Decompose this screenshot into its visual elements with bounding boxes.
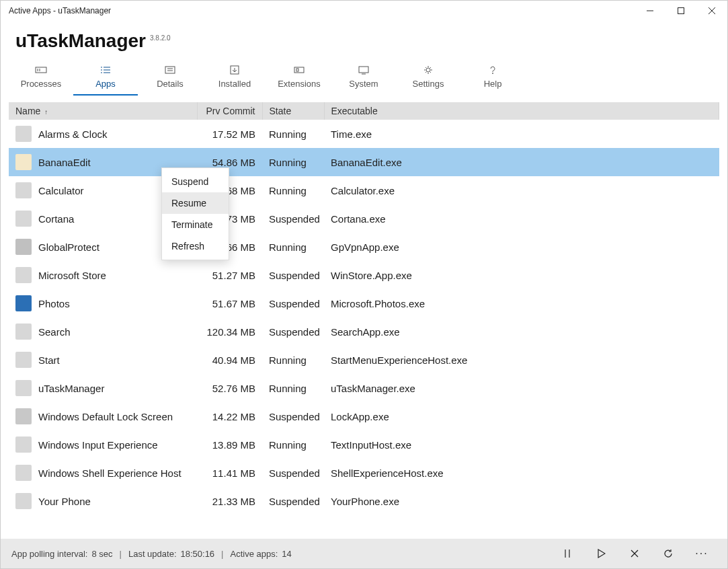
app-icon — [15, 465, 32, 481]
more-button[interactable]: ··· — [687, 543, 717, 564]
tab-label: Details — [157, 79, 184, 89]
app-prv-commit: 54.86 MB — [212, 157, 255, 168]
tab-help[interactable]: Help — [460, 61, 525, 96]
tab-details[interactable]: Details — [138, 61, 202, 96]
context-menu-item-suspend[interactable]: Suspend — [162, 171, 229, 192]
app-icon — [15, 352, 32, 368]
app-name: GlobalProtect — [38, 241, 99, 253]
app-icon — [15, 154, 32, 170]
tab-settings[interactable]: Settings — [396, 61, 460, 96]
context-menu-item-refresh[interactable]: Refresh — [162, 235, 229, 257]
app-icon — [15, 408, 32, 424]
svg-rect-1 — [678, 8, 684, 14]
status-last-update-value: 18:50:16 — [181, 549, 215, 559]
tab-icon — [293, 65, 305, 75]
app-name: Photos — [38, 298, 70, 309]
app-prv-commit: 11.41 MB — [212, 467, 255, 479]
context-menu-item-terminate[interactable]: Terminate — [162, 214, 229, 235]
app-icon — [15, 295, 32, 311]
tab-processes[interactable]: Processes — [9, 61, 73, 96]
app-prv-commit: 51.67 MB — [212, 298, 255, 309]
app-prv-commit: 52.76 MB — [212, 383, 255, 394]
tab-apps[interactable]: Apps — [73, 61, 138, 96]
titlebar: Active Apps - uTaskManager — [1, 1, 727, 21]
app-state: Running — [269, 383, 307, 394]
col-header-state[interactable]: State — [262, 102, 324, 120]
tab-bar: ProcessesAppsDetailsInstalledExtensionsS… — [1, 56, 727, 102]
play-button[interactable] — [586, 543, 616, 564]
tab-label: Help — [484, 79, 502, 89]
maximize-button[interactable] — [665, 1, 696, 21]
app-executable: Time.exe — [331, 128, 372, 140]
app-state: Running — [269, 157, 307, 168]
app-state: Running — [269, 128, 307, 140]
stop-button[interactable] — [620, 543, 649, 564]
tab-extensions[interactable]: Extensions — [267, 61, 331, 96]
table-row[interactable]: Microsoft Store51.27 MBSuspendedWinStore… — [9, 261, 719, 289]
app-name: Microsoft Store — [38, 270, 106, 281]
tab-installed[interactable]: Installed — [202, 61, 267, 96]
table-row[interactable]: BananaEdit54.86 MBRunningBananaEdit.exe — [9, 148, 719, 176]
app-executable: Cortana.exe — [331, 213, 386, 225]
table-row[interactable]: Your Phone21.33 MBSuspendedYourPhone.exe — [9, 487, 719, 515]
col-header-prv-commit[interactable]: Prv Commit — [197, 102, 262, 120]
status-polling-value: 8 sec — [91, 549, 112, 559]
app-executable: WinStore.App.exe — [331, 270, 412, 281]
minimize-button[interactable] — [635, 1, 665, 21]
col-header-executable[interactable]: Executable — [324, 102, 719, 120]
status-polling-label: App polling interval: — [11, 549, 87, 559]
app-prv-commit: 14.22 MB — [212, 411, 255, 422]
tab-label: Settings — [413, 79, 444, 89]
svg-point-23 — [493, 73, 493, 74]
app-executable: BananaEdit.exe — [331, 157, 402, 168]
table-row[interactable]: Windows Input Experience13.89 MBRunningT… — [9, 430, 719, 459]
tab-icon — [487, 65, 499, 75]
app-name: Windows Input Experience — [38, 439, 158, 451]
table-row[interactable]: Windows Shell Experience Host11.41 MBSus… — [9, 459, 719, 487]
app-prv-commit: 13.89 MB — [212, 439, 255, 451]
app-title: uTaskManager — [15, 30, 146, 52]
app-name: Your Phone — [38, 496, 91, 507]
svg-rect-13 — [165, 67, 175, 73]
table-row[interactable]: Calculator1.68 MBRunningCalculator.exe — [9, 176, 719, 204]
status-active-apps-value: 14 — [282, 549, 291, 559]
close-button[interactable] — [696, 1, 727, 21]
app-state: Running — [269, 354, 307, 366]
status-separator: | — [120, 549, 122, 559]
app-name: Windows Shell Experience Host — [38, 467, 181, 479]
app-state: Running — [269, 185, 307, 196]
table-row[interactable]: GlobalProtect4.66 MBRunningGpVpnApp.exe — [9, 233, 719, 261]
refresh-button[interactable] — [653, 543, 683, 564]
col-header-name[interactable]: Name ↑ — [9, 102, 197, 120]
tab-label: Apps — [95, 79, 116, 89]
pause-button[interactable] — [553, 543, 582, 564]
table-row[interactable]: uTaskManager52.76 MBRunninguTaskManager.… — [9, 374, 719, 402]
tab-system[interactable]: System — [331, 61, 396, 96]
app-name: Calculator — [38, 185, 84, 196]
app-prv-commit: 40.94 MB — [212, 354, 255, 366]
context-menu-item-resume[interactable]: Resume — [162, 192, 229, 214]
table-row[interactable]: Alarms & Clock17.52 MBRunningTime.exe — [9, 120, 719, 148]
svg-point-22 — [426, 68, 430, 72]
tab-icon — [35, 65, 47, 75]
app-icon — [15, 267, 32, 283]
table-row[interactable]: Cortana3.73 MBSuspendedCortana.exe — [9, 204, 719, 233]
app-icon — [15, 493, 32, 509]
app-window: Active Apps - uTaskManager uTaskManager … — [0, 0, 728, 569]
app-icon — [15, 126, 32, 142]
table-row[interactable]: Photos51.67 MBSuspendedMicrosoft.Photos.… — [9, 289, 719, 317]
status-active-apps-label: Active apps: — [231, 549, 278, 559]
table-row[interactable]: Search120.34 MBSuspendedSearchApp.exe — [9, 317, 719, 346]
status-bar: App polling interval: 8 sec | Last updat… — [1, 539, 727, 568]
context-menu: SuspendResumeTerminateRefresh — [161, 167, 229, 260]
table-row[interactable]: Windows Default Lock Screen14.22 MBSuspe… — [9, 402, 719, 430]
window-title: Active Apps - uTaskManager — [9, 6, 635, 15]
svg-rect-18 — [294, 67, 304, 73]
tab-icon — [99, 65, 112, 75]
svg-rect-20 — [359, 67, 368, 73]
table-row[interactable]: Start40.94 MBRunningStartMenuExperienceH… — [9, 346, 719, 374]
content-area: Name ↑ Prv Commit State Executable Alarm… — [1, 102, 727, 539]
app-executable: LockApp.exe — [331, 411, 389, 422]
tab-icon — [229, 65, 241, 75]
app-executable: GpVpnApp.exe — [331, 241, 399, 253]
